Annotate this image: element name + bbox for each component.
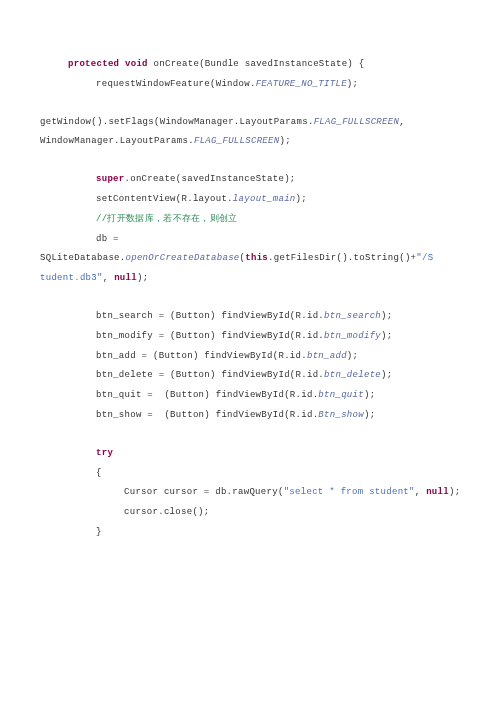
code-text: );: [347, 351, 358, 361]
code-text: onCreate(Bundle savedInstanceState) {: [148, 59, 365, 69]
code-line: getWindow().setFlags(WindowManager.Layou…: [40, 113, 460, 133]
keyword-protected: protected: [68, 59, 119, 69]
id-italic: btn_delete: [324, 370, 381, 380]
blank-line: [40, 152, 460, 170]
code-line: btn_add = (Button) findViewById(R.id.btn…: [40, 347, 460, 367]
code-line: //打开数据库，若不存在，则创立: [40, 210, 460, 230]
code-text: .getFilesDir().toString()+: [268, 253, 416, 263]
code-text: );: [364, 390, 375, 400]
code-text: );: [364, 410, 375, 420]
code-line: Cursor cursor = db.rawQuery("select * fr…: [40, 483, 460, 503]
code-line: WindowManager.LayoutParams.FLAG_FULLSCRE…: [40, 132, 460, 152]
keyword-null: null: [426, 487, 449, 497]
code-line: requestWindowFeature(Window.FEATURE_NO_T…: [40, 75, 460, 95]
code-text: ,: [103, 273, 114, 283]
code-line: btn_search = (Button) findViewById(R.id.…: [40, 307, 460, 327]
string-literal: tudent.db3": [40, 273, 103, 283]
id-italic: btn_add: [307, 351, 347, 361]
code-line: tudent.db3", null);: [40, 269, 460, 289]
id-italic: btn_modify: [324, 331, 381, 341]
string-literal: "/S: [416, 253, 433, 263]
code-line: db =: [40, 230, 460, 250]
constant-italic: FLAG_FULLSCREEN: [194, 136, 280, 146]
keyword-null: null: [114, 273, 137, 283]
code-text: SQLiteDatabase.: [40, 253, 126, 263]
code-line: btn_delete = (Button) findViewById(R.id.…: [40, 366, 460, 386]
code-text: btn_modify = (Button) findViewById(R.id.: [96, 331, 324, 341]
code-text: btn_add = (Button) findViewById(R.id.: [96, 351, 307, 361]
code-text: btn_show = (Button) findViewById(R.id.: [96, 410, 318, 420]
code-line: btn_modify = (Button) findViewById(R.id.…: [40, 327, 460, 347]
code-text: ,: [399, 117, 405, 127]
brace-open: {: [96, 468, 102, 478]
code-page: protected void onCreate(Bundle savedInst…: [0, 0, 500, 707]
code-text: );: [137, 273, 148, 283]
constant-italic: FEATURE_NO_TITLE: [256, 79, 347, 89]
brace-close: }: [96, 527, 102, 537]
code-text: ,: [415, 487, 426, 497]
code-line: super.onCreate(savedInstanceState);: [40, 170, 460, 190]
code-line: }: [40, 523, 460, 543]
string-literal: "select * from student": [284, 487, 415, 497]
code-text: );: [347, 79, 358, 89]
code-line: try: [40, 444, 460, 464]
id-italic: btn_quit: [318, 390, 364, 400]
keyword-this: this: [245, 253, 268, 263]
keyword-super: super: [96, 174, 125, 184]
constant-italic: layout_main: [233, 194, 296, 204]
code-text: cursor.close();: [124, 507, 210, 517]
code-text: setContentView(R.layout.: [96, 194, 233, 204]
code-text: btn_quit = (Button) findViewById(R.id.: [96, 390, 318, 400]
code-line: {: [40, 464, 460, 484]
code-text: WindowManager.LayoutParams.: [40, 136, 194, 146]
code-text: Cursor cursor = db.rawQuery(: [124, 487, 284, 497]
blank-line: [40, 426, 460, 444]
code-text: );: [296, 194, 307, 204]
code-text: );: [381, 331, 392, 341]
id-italic: btn_search: [324, 311, 381, 321]
code-line: setContentView(R.layout.layout_main);: [40, 190, 460, 210]
code-text: getWindow().setFlags(WindowManager.Layou…: [40, 117, 314, 127]
code-text: btn_search = (Button) findViewById(R.id.: [96, 311, 324, 321]
code-text: );: [381, 311, 392, 321]
code-text: requestWindowFeature(Window.: [96, 79, 256, 89]
id-italic: Btn_show: [318, 410, 364, 420]
code-text: .onCreate(savedInstanceState);: [125, 174, 296, 184]
blank-line: [40, 95, 460, 113]
method-italic: openOrCreateDatabase: [126, 253, 240, 263]
comment-text: //打开数据库，若不存在，则创立: [96, 214, 238, 224]
code-text: );: [279, 136, 290, 146]
code-text: btn_delete = (Button) findViewById(R.id.: [96, 370, 324, 380]
code-text: );: [449, 487, 460, 497]
code-line: btn_show = (Button) findViewById(R.id.Bt…: [40, 406, 460, 426]
code-line: cursor.close();: [40, 503, 460, 523]
code-text: db =: [96, 234, 119, 244]
code-line: btn_quit = (Button) findViewById(R.id.bt…: [40, 386, 460, 406]
constant-italic: FLAG_FULLSCREEN: [314, 117, 400, 127]
blank-line: [40, 289, 460, 307]
code-text: );: [381, 370, 392, 380]
keyword-void: void: [125, 59, 148, 69]
code-line: protected void onCreate(Bundle savedInst…: [40, 55, 460, 75]
code-line: SQLiteDatabase.openOrCreateDatabase(this…: [40, 249, 460, 269]
keyword-try: try: [96, 448, 113, 458]
